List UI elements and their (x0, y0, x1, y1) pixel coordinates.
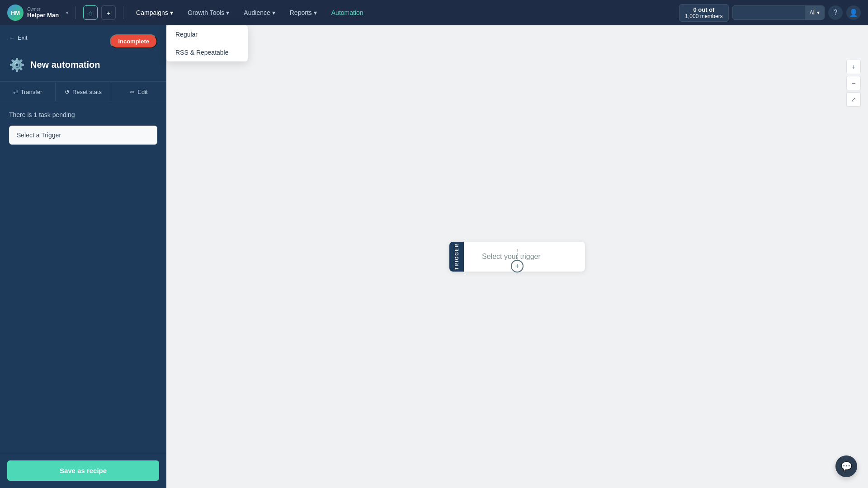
automation-label: Automation (331, 9, 363, 16)
members-count: 0 out of (693, 6, 715, 13)
trigger-label-bar: TRIGGER (449, 242, 464, 272)
campaigns-dropdown: Regular RSS & Repeatable (166, 25, 248, 61)
zoom-out-button[interactable]: − (846, 76, 861, 90)
members-badge[interactable]: 0 out of 1,000 members (679, 4, 728, 22)
search-input[interactable] (733, 6, 805, 19)
reset-stats-button[interactable]: ↺ Reset stats (56, 82, 111, 102)
home-button[interactable]: ⌂ (83, 5, 98, 20)
pending-text: There is 1 task pending (9, 111, 157, 118)
automation-title: New automation (30, 60, 100, 70)
owner-chevron-icon[interactable]: ▾ (66, 10, 68, 15)
audience-label: Audience (244, 9, 270, 16)
search-filter-chevron-icon: ▾ (817, 9, 820, 16)
select-trigger-box[interactable]: Select a Trigger (9, 126, 157, 145)
reports-menu-item[interactable]: Reports ▾ (284, 0, 322, 25)
campaigns-menu-item[interactable]: Campaigns ▾ (131, 0, 179, 25)
logo-avatar[interactable]: HM (7, 5, 24, 21)
fit-icon: ⤢ (851, 96, 856, 103)
add-step-button[interactable]: + (511, 260, 524, 272)
add-button[interactable]: + (101, 5, 116, 20)
growth-tools-chevron-icon: ▾ (226, 9, 229, 16)
sidebar-actions: ⇄ Transfer ↺ Reset stats ✏ Edit (0, 82, 166, 102)
top-navigation: HM Owner Helper Man ▾ ⌂ + Campaigns ▾ Gr… (0, 0, 868, 25)
search-bar: All ▾ (732, 5, 825, 20)
user-button[interactable]: 👤 (846, 5, 861, 20)
user-icon: 👤 (849, 9, 858, 17)
exit-row: ← Exit Incomplete (9, 34, 157, 48)
trigger-placeholder: Select a Trigger (17, 131, 61, 139)
incomplete-label: Incomplete (118, 38, 149, 45)
nav-divider-2 (123, 6, 123, 19)
transfer-icon: ⇄ (13, 89, 18, 95)
save-recipe-button[interactable]: Save as recipe (7, 460, 159, 481)
edit-icon: ✏ (130, 89, 135, 95)
add-step-icon: + (515, 262, 520, 271)
exit-button[interactable]: ← Exit (9, 34, 28, 41)
edit-button[interactable]: ✏ Edit (111, 82, 166, 102)
main-canvas: TRIGGER Select your trigger + + − ⤢ (166, 25, 868, 488)
audience-chevron-icon: ▾ (272, 9, 275, 16)
canvas-controls: + − ⤢ (846, 60, 861, 107)
connector-line (517, 249, 518, 260)
help-button[interactable]: ? (828, 5, 843, 20)
edit-label: Edit (137, 89, 147, 95)
canvas-wrapper: TRIGGER Select your trigger + (449, 242, 585, 272)
rss-label: RSS & Repeatable (175, 49, 229, 56)
reports-chevron-icon: ▾ (314, 9, 317, 16)
transfer-button[interactable]: ⇄ Transfer (0, 82, 56, 102)
reports-label: Reports (290, 9, 312, 16)
sidebar-content: There is 1 task pending Select a Trigger (0, 102, 166, 453)
growth-tools-label: Growth Tools (188, 9, 224, 16)
automation-icon: ⚙️ (9, 57, 25, 72)
dropdown-item-regular[interactable]: Regular (166, 25, 248, 43)
incomplete-badge[interactable]: Incomplete (110, 34, 157, 48)
audience-menu-item[interactable]: Audience ▾ (238, 0, 280, 25)
exit-arrow-icon: ← (9, 34, 15, 41)
campaigns-label: Campaigns (136, 9, 168, 16)
owner-name: Helper Man (27, 12, 59, 19)
search-filter-dropdown[interactable]: All ▾ (805, 6, 824, 19)
help-icon: ? (834, 9, 838, 17)
fit-button[interactable]: ⤢ (846, 92, 861, 107)
zoom-in-button[interactable]: + (846, 60, 861, 74)
chat-icon: 💬 (841, 461, 852, 472)
growth-tools-menu-item[interactable]: Growth Tools ▾ (182, 0, 235, 25)
save-recipe-label: Save as recipe (60, 467, 107, 474)
nav-divider (75, 6, 76, 19)
add-icon: + (107, 9, 111, 17)
automation-title-row: ⚙️ New automation (9, 57, 157, 72)
campaigns-chevron-icon: ▾ (170, 9, 173, 16)
zoom-out-icon: − (852, 80, 855, 87)
reset-icon: ↺ (65, 89, 70, 95)
sidebar: ← Exit Incomplete ⚙️ New automation ⇄ Tr… (0, 25, 166, 488)
dropdown-item-rss[interactable]: RSS & Repeatable (166, 43, 248, 61)
reset-label: Reset stats (72, 89, 102, 95)
zoom-in-icon: + (852, 63, 855, 70)
chat-bubble[interactable]: 💬 (835, 455, 857, 477)
regular-label: Regular (175, 31, 198, 38)
sidebar-top: ← Exit Incomplete ⚙️ New automation (0, 25, 166, 82)
exit-label: Exit (18, 34, 28, 41)
transfer-label: Transfer (21, 89, 42, 95)
owner-label: Owner (27, 7, 59, 12)
owner-block: Owner Helper Man (27, 7, 59, 19)
automation-menu-item[interactable]: Automation (326, 9, 369, 16)
trigger-connector: + (511, 249, 524, 272)
trigger-label: TRIGGER (454, 243, 459, 270)
members-total: 1,000 members (685, 13, 722, 19)
search-filter-label: All (810, 9, 816, 16)
home-icon: ⌂ (89, 9, 93, 17)
sidebar-footer: Save as recipe (0, 453, 166, 488)
